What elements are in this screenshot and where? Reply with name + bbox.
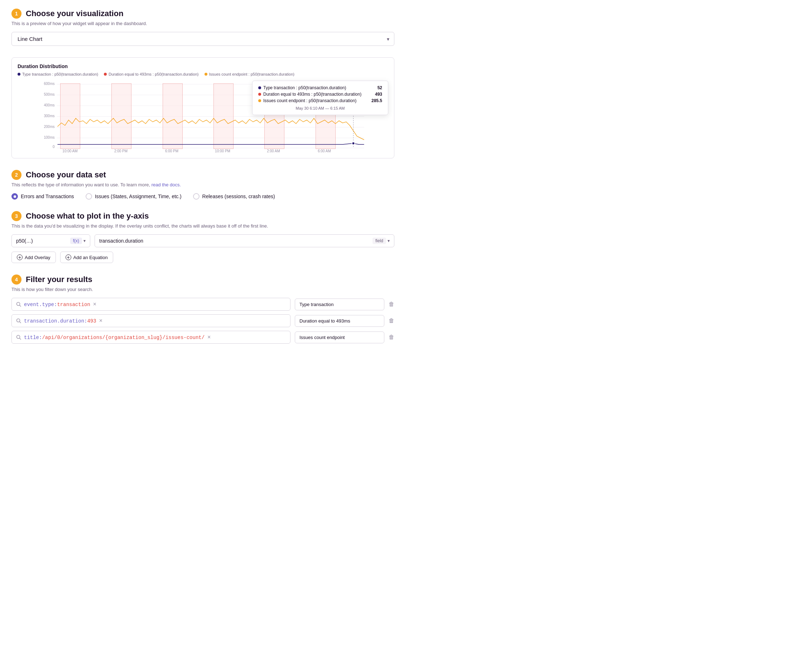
svg-line-37: [20, 322, 21, 323]
dataset-radio-group: Errors and Transactions Issues (States, …: [12, 193, 394, 200]
filter-label-text-1: Type transaction: [299, 302, 333, 307]
step1-title: Choose your visualization: [26, 9, 123, 18]
legend-item-3: Issues count endpoint : p50(transaction.…: [205, 72, 294, 76]
legend-label-1: Type transaction : p50(transaction.durat…: [22, 72, 98, 76]
legend-item-2: Duration equal to 493ms : p50(transactio…: [104, 72, 198, 76]
function-selector[interactable]: p50(…) f(x) ▾: [12, 234, 90, 247]
svg-rect-17: [214, 84, 233, 149]
radio-circle-3: [193, 193, 200, 200]
svg-rect-14: [60, 84, 80, 149]
step4-header: 4 Filter your results: [12, 274, 394, 284]
filter-label-1[interactable]: Type transaction: [295, 299, 384, 311]
radio-label-2: Issues (States, Assignment, Time, etc.): [95, 194, 182, 199]
chart-tooltip: Type transaction : p50(transaction.durat…: [252, 81, 388, 115]
legend-dot-1: [18, 73, 20, 76]
step2-section: 2 Choose your data set This reflects the…: [12, 170, 394, 200]
add-overlay-button[interactable]: + Add Overlay: [12, 252, 56, 263]
yaxis-buttons: + Add Overlay + Add an Equation: [12, 252, 394, 263]
svg-text:400ms: 400ms: [44, 103, 55, 107]
svg-text:100ms: 100ms: [44, 135, 55, 139]
radio-issues[interactable]: Issues (States, Assignment, Time, etc.): [86, 193, 182, 200]
tooltip-label-1: Type transaction : p50(transaction.durat…: [258, 85, 346, 90]
svg-text:6:00 AM: 6:00 AM: [318, 149, 331, 152]
svg-text:10:00 PM: 10:00 PM: [215, 149, 230, 152]
legend-item-1: Type transaction : p50(transaction.durat…: [18, 72, 98, 76]
filter-query-2: transaction.duration:493: [24, 318, 96, 324]
step2-badge: 2: [12, 170, 22, 180]
step4-desc: This is how you filter down your search.: [12, 287, 394, 292]
filter-label-text-3: Issues count endpoint: [299, 335, 345, 340]
read-docs-link[interactable]: read the docs.: [152, 182, 181, 187]
add-equation-button[interactable]: + Add an Equation: [60, 252, 113, 263]
visualization-dropdown-wrapper: Line Chart Area Chart Bar Chart Table Wo…: [12, 32, 394, 46]
svg-text:500ms: 500ms: [44, 92, 55, 97]
search-icon-2: [16, 318, 21, 323]
tooltip-label-3: Issues count endpoint : p50(transaction.…: [258, 98, 357, 103]
svg-line-39: [20, 338, 21, 340]
tooltip-value-3: 285.5: [372, 98, 382, 103]
step3-title: Choose what to plot in the y-axis: [26, 211, 148, 221]
filter-row-3: title:/api/0/organizations/{organization…: [12, 331, 394, 344]
svg-text:0: 0: [53, 145, 55, 149]
radio-label-3: Releases (sessions, crash rates): [202, 194, 275, 199]
filter-query-3: title:/api/0/organizations/{organization…: [24, 334, 205, 341]
tooltip-label-2: Duration equal to 493ms : p50(transactio…: [258, 92, 362, 97]
svg-text:2:00 PM: 2:00 PM: [114, 149, 128, 152]
svg-text:10:00 AM: 10:00 AM: [62, 149, 77, 152]
svg-text:600ms: 600ms: [44, 82, 55, 86]
filter-delete-icon-3[interactable]: 🗑: [388, 334, 394, 341]
svg-text:200ms: 200ms: [44, 125, 55, 129]
filter-clear-3[interactable]: ×: [207, 334, 211, 341]
add-equation-label: Add an Equation: [73, 255, 108, 260]
step1-desc: This is a preview of how your widget wil…: [12, 21, 394, 26]
step1-section: 1 Choose your visualization This is a pr…: [12, 8, 394, 46]
field-tag: field: [372, 237, 386, 244]
radio-circle-1: [12, 193, 18, 200]
step4-section: 4 Filter your results This is how you fi…: [12, 274, 394, 344]
tooltip-value-1: 52: [377, 85, 382, 90]
step2-desc: This reflects the type of information yo…: [12, 182, 394, 187]
legend-label-2: Duration equal to 493ms : p50(transactio…: [108, 72, 198, 76]
step3-section: 3 Choose what to plot in the y-axis This…: [12, 211, 394, 263]
radio-label-1: Errors and Transactions: [21, 194, 74, 199]
step4-title: Filter your results: [26, 275, 92, 284]
tooltip-row-1: Type transaction : p50(transaction.durat…: [258, 85, 382, 90]
filter-clear-1[interactable]: ×: [93, 301, 96, 307]
filter-input-3[interactable]: title:/api/0/organizations/{organization…: [12, 331, 290, 344]
function-chevron-icon: ▾: [83, 238, 86, 243]
function-value: p50(…): [16, 238, 33, 244]
tooltip-row-2: Duration equal to 493ms : p50(transactio…: [258, 92, 382, 97]
radio-releases[interactable]: Releases (sessions, crash rates): [193, 193, 275, 200]
svg-text:6:00 PM: 6:00 PM: [165, 149, 178, 152]
radio-errors-transactions[interactable]: Errors and Transactions: [12, 193, 74, 200]
filter-input-1[interactable]: event.type:transaction ×: [12, 298, 290, 311]
tooltip-series-3: Issues count endpoint : p50(transaction.…: [263, 98, 357, 103]
search-icon: [16, 302, 21, 307]
tooltip-dot-3: [258, 99, 261, 102]
tooltip-series-1: Type transaction : p50(transaction.durat…: [263, 85, 346, 90]
visualization-dropdown[interactable]: Line Chart Area Chart Bar Chart Table Wo…: [12, 32, 394, 46]
step3-header: 3 Choose what to plot in the y-axis: [12, 211, 394, 221]
search-icon-3: [16, 335, 21, 340]
filter-label-3[interactable]: Issues count endpoint: [295, 331, 384, 343]
filter-label-2[interactable]: Duration equal to 493ms: [295, 315, 384, 327]
legend-dot-2: [104, 73, 107, 76]
step1-header: 1 Choose your visualization: [12, 8, 394, 18]
tooltip-value-2: 493: [375, 92, 382, 97]
filter-clear-2[interactable]: ×: [99, 317, 102, 324]
svg-rect-16: [163, 84, 183, 149]
tooltip-series-2: Duration equal to 493ms : p50(transactio…: [263, 92, 362, 97]
filter-delete-icon-1[interactable]: 🗑: [388, 301, 394, 307]
step2-header: 2 Choose your data set: [12, 170, 394, 180]
svg-line-35: [20, 305, 21, 307]
legend-label-3: Issues count endpoint : p50(transaction.…: [209, 72, 294, 76]
svg-rect-15: [112, 84, 132, 149]
field-chevron-icon: ▾: [388, 238, 390, 243]
yaxis-row: p50(…) f(x) ▾ transaction.duration field…: [12, 234, 394, 247]
function-tag: f(x): [70, 237, 82, 244]
chart-container: Duration Distribution Type transaction :…: [12, 57, 394, 159]
filter-input-2[interactable]: transaction.duration:493 ×: [12, 314, 290, 327]
tooltip-dot-1: [258, 86, 261, 89]
field-selector[interactable]: transaction.duration field ▾: [95, 234, 394, 247]
filter-delete-icon-2[interactable]: 🗑: [388, 317, 394, 324]
